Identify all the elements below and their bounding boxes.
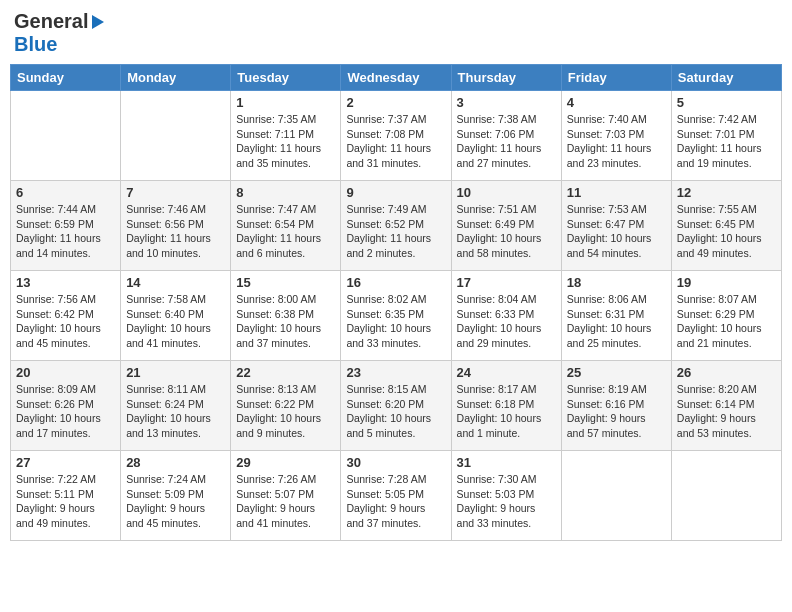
calendar-cell: 9Sunrise: 7:49 AMSunset: 6:52 PMDaylight…	[341, 181, 451, 271]
calendar-cell: 29Sunrise: 7:26 AMSunset: 5:07 PMDayligh…	[231, 451, 341, 541]
calendar-cell: 10Sunrise: 7:51 AMSunset: 6:49 PMDayligh…	[451, 181, 561, 271]
day-detail: Sunrise: 7:47 AMSunset: 6:54 PMDaylight:…	[236, 202, 335, 261]
day-detail: Sunrise: 8:00 AMSunset: 6:38 PMDaylight:…	[236, 292, 335, 351]
calendar-cell: 16Sunrise: 8:02 AMSunset: 6:35 PMDayligh…	[341, 271, 451, 361]
day-detail: Sunrise: 8:04 AMSunset: 6:33 PMDaylight:…	[457, 292, 556, 351]
calendar-cell: 11Sunrise: 7:53 AMSunset: 6:47 PMDayligh…	[561, 181, 671, 271]
day-number: 25	[567, 365, 666, 380]
day-number: 20	[16, 365, 115, 380]
calendar-cell: 7Sunrise: 7:46 AMSunset: 6:56 PMDaylight…	[121, 181, 231, 271]
day-number: 30	[346, 455, 445, 470]
calendar-cell: 13Sunrise: 7:56 AMSunset: 6:42 PMDayligh…	[11, 271, 121, 361]
calendar-cell: 19Sunrise: 8:07 AMSunset: 6:29 PMDayligh…	[671, 271, 781, 361]
calendar-cell: 21Sunrise: 8:11 AMSunset: 6:24 PMDayligh…	[121, 361, 231, 451]
day-number: 2	[346, 95, 445, 110]
page-header: General Blue	[10, 10, 782, 56]
day-detail: Sunrise: 7:24 AMSunset: 5:09 PMDaylight:…	[126, 472, 225, 531]
day-detail: Sunrise: 8:20 AMSunset: 6:14 PMDaylight:…	[677, 382, 776, 441]
day-number: 11	[567, 185, 666, 200]
day-detail: Sunrise: 7:55 AMSunset: 6:45 PMDaylight:…	[677, 202, 776, 261]
day-number: 22	[236, 365, 335, 380]
logo: General Blue	[14, 10, 106, 56]
day-detail: Sunrise: 7:30 AMSunset: 5:03 PMDaylight:…	[457, 472, 556, 531]
day-detail: Sunrise: 8:19 AMSunset: 6:16 PMDaylight:…	[567, 382, 666, 441]
day-detail: Sunrise: 7:46 AMSunset: 6:56 PMDaylight:…	[126, 202, 225, 261]
day-number: 21	[126, 365, 225, 380]
col-header-thursday: Thursday	[451, 65, 561, 91]
day-number: 10	[457, 185, 556, 200]
day-number: 15	[236, 275, 335, 290]
logo-arrow-icon	[88, 13, 106, 31]
calendar-cell: 5Sunrise: 7:42 AMSunset: 7:01 PMDaylight…	[671, 91, 781, 181]
col-header-wednesday: Wednesday	[341, 65, 451, 91]
day-number: 24	[457, 365, 556, 380]
day-number: 13	[16, 275, 115, 290]
calendar-cell	[561, 451, 671, 541]
calendar-cell: 8Sunrise: 7:47 AMSunset: 6:54 PMDaylight…	[231, 181, 341, 271]
day-detail: Sunrise: 7:49 AMSunset: 6:52 PMDaylight:…	[346, 202, 445, 261]
svg-marker-0	[92, 15, 104, 29]
calendar-cell: 12Sunrise: 7:55 AMSunset: 6:45 PMDayligh…	[671, 181, 781, 271]
calendar-cell	[671, 451, 781, 541]
day-number: 27	[16, 455, 115, 470]
calendar-table: SundayMondayTuesdayWednesdayThursdayFrid…	[10, 64, 782, 541]
day-detail: Sunrise: 7:44 AMSunset: 6:59 PMDaylight:…	[16, 202, 115, 261]
calendar-cell	[11, 91, 121, 181]
calendar-cell: 18Sunrise: 8:06 AMSunset: 6:31 PMDayligh…	[561, 271, 671, 361]
calendar-cell: 2Sunrise: 7:37 AMSunset: 7:08 PMDaylight…	[341, 91, 451, 181]
day-number: 4	[567, 95, 666, 110]
day-detail: Sunrise: 7:28 AMSunset: 5:05 PMDaylight:…	[346, 472, 445, 531]
day-detail: Sunrise: 7:22 AMSunset: 5:11 PMDaylight:…	[16, 472, 115, 531]
day-number: 3	[457, 95, 556, 110]
day-detail: Sunrise: 7:42 AMSunset: 7:01 PMDaylight:…	[677, 112, 776, 171]
day-detail: Sunrise: 7:51 AMSunset: 6:49 PMDaylight:…	[457, 202, 556, 261]
day-number: 9	[346, 185, 445, 200]
day-number: 16	[346, 275, 445, 290]
calendar-cell: 25Sunrise: 8:19 AMSunset: 6:16 PMDayligh…	[561, 361, 671, 451]
day-number: 19	[677, 275, 776, 290]
calendar-cell: 28Sunrise: 7:24 AMSunset: 5:09 PMDayligh…	[121, 451, 231, 541]
day-detail: Sunrise: 7:56 AMSunset: 6:42 PMDaylight:…	[16, 292, 115, 351]
day-detail: Sunrise: 8:17 AMSunset: 6:18 PMDaylight:…	[457, 382, 556, 441]
logo-general: General	[14, 10, 88, 33]
day-detail: Sunrise: 7:53 AMSunset: 6:47 PMDaylight:…	[567, 202, 666, 261]
calendar-cell: 24Sunrise: 8:17 AMSunset: 6:18 PMDayligh…	[451, 361, 561, 451]
day-detail: Sunrise: 7:35 AMSunset: 7:11 PMDaylight:…	[236, 112, 335, 171]
day-number: 26	[677, 365, 776, 380]
col-header-friday: Friday	[561, 65, 671, 91]
day-number: 7	[126, 185, 225, 200]
day-number: 23	[346, 365, 445, 380]
day-detail: Sunrise: 8:07 AMSunset: 6:29 PMDaylight:…	[677, 292, 776, 351]
day-number: 1	[236, 95, 335, 110]
day-detail: Sunrise: 8:02 AMSunset: 6:35 PMDaylight:…	[346, 292, 445, 351]
day-number: 17	[457, 275, 556, 290]
calendar-cell: 23Sunrise: 8:15 AMSunset: 6:20 PMDayligh…	[341, 361, 451, 451]
day-number: 31	[457, 455, 556, 470]
day-number: 14	[126, 275, 225, 290]
day-detail: Sunrise: 7:26 AMSunset: 5:07 PMDaylight:…	[236, 472, 335, 531]
calendar-cell: 14Sunrise: 7:58 AMSunset: 6:40 PMDayligh…	[121, 271, 231, 361]
calendar-cell: 15Sunrise: 8:00 AMSunset: 6:38 PMDayligh…	[231, 271, 341, 361]
day-detail: Sunrise: 8:15 AMSunset: 6:20 PMDaylight:…	[346, 382, 445, 441]
day-number: 8	[236, 185, 335, 200]
day-detail: Sunrise: 8:06 AMSunset: 6:31 PMDaylight:…	[567, 292, 666, 351]
calendar-cell: 6Sunrise: 7:44 AMSunset: 6:59 PMDaylight…	[11, 181, 121, 271]
day-number: 29	[236, 455, 335, 470]
calendar-cell: 30Sunrise: 7:28 AMSunset: 5:05 PMDayligh…	[341, 451, 451, 541]
calendar-cell: 3Sunrise: 7:38 AMSunset: 7:06 PMDaylight…	[451, 91, 561, 181]
day-detail: Sunrise: 7:38 AMSunset: 7:06 PMDaylight:…	[457, 112, 556, 171]
day-detail: Sunrise: 7:37 AMSunset: 7:08 PMDaylight:…	[346, 112, 445, 171]
calendar-cell: 31Sunrise: 7:30 AMSunset: 5:03 PMDayligh…	[451, 451, 561, 541]
day-detail: Sunrise: 8:11 AMSunset: 6:24 PMDaylight:…	[126, 382, 225, 441]
day-detail: Sunrise: 8:09 AMSunset: 6:26 PMDaylight:…	[16, 382, 115, 441]
day-detail: Sunrise: 7:40 AMSunset: 7:03 PMDaylight:…	[567, 112, 666, 171]
logo-blue: Blue	[14, 33, 57, 55]
calendar-header-row: SundayMondayTuesdayWednesdayThursdayFrid…	[11, 65, 782, 91]
calendar-cell: 17Sunrise: 8:04 AMSunset: 6:33 PMDayligh…	[451, 271, 561, 361]
calendar-cell: 26Sunrise: 8:20 AMSunset: 6:14 PMDayligh…	[671, 361, 781, 451]
calendar-cell: 1Sunrise: 7:35 AMSunset: 7:11 PMDaylight…	[231, 91, 341, 181]
calendar-cell: 20Sunrise: 8:09 AMSunset: 6:26 PMDayligh…	[11, 361, 121, 451]
day-number: 6	[16, 185, 115, 200]
calendar-cell: 22Sunrise: 8:13 AMSunset: 6:22 PMDayligh…	[231, 361, 341, 451]
col-header-tuesday: Tuesday	[231, 65, 341, 91]
